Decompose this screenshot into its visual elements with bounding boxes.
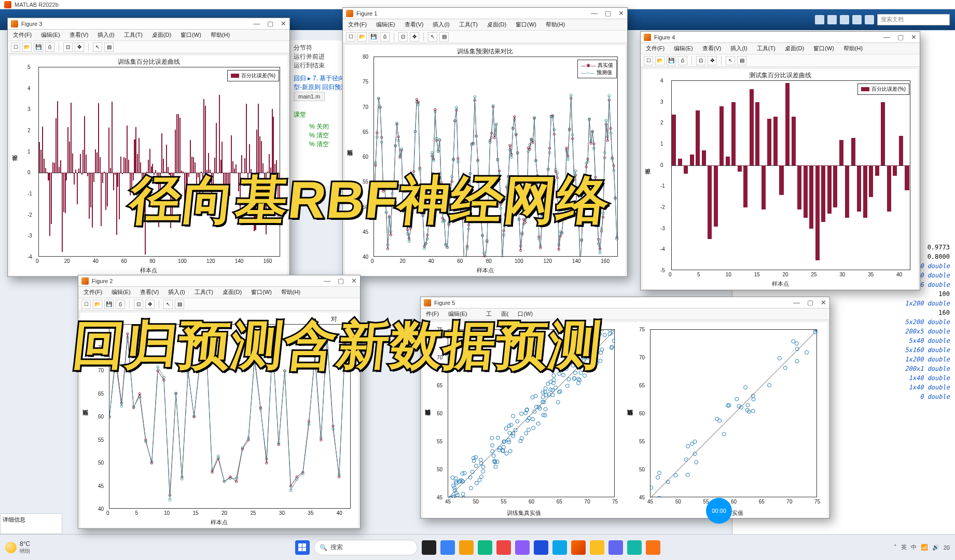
app-icon[interactable] (440, 540, 455, 555)
open-icon[interactable]: 📂 (357, 32, 367, 41)
ime-indicator[interactable]: 中 (911, 543, 917, 551)
minimize-icon[interactable]: — (883, 33, 890, 41)
pan-icon[interactable]: ✥ (145, 300, 155, 309)
zoom-icon[interactable]: ⊡ (134, 300, 143, 309)
figure-toolbar[interactable]: ☐ 📂 💾 ⎙ ⊡ ✥ ↖ ▤ (78, 298, 360, 311)
menu-item[interactable]: 帮助(H) (281, 288, 300, 296)
close-icon[interactable]: ✕ (618, 9, 624, 17)
menu-item[interactable]: 编辑(E) (376, 21, 395, 29)
zoom-icon[interactable]: ⊡ (398, 32, 408, 41)
app-icon[interactable] (422, 540, 436, 555)
figure-1-window[interactable]: Figure 1 —▢✕ 文件(F)编辑(E)查看(V)插入(I)工具(T)桌面… (342, 7, 628, 277)
menu-item[interactable]: 工具(T) (757, 45, 776, 52)
databrush-icon[interactable]: ▤ (175, 300, 184, 309)
pan-icon[interactable]: ✥ (75, 43, 84, 52)
open-icon[interactable]: 📂 (655, 56, 665, 65)
save-icon[interactable]: 💾 (667, 56, 676, 65)
figure-menubar[interactable]: 文件(F)编辑(E)查看(V)插入(I)工具(T)桌面(D)窗口(W)帮助(H) (8, 30, 289, 41)
pan-icon[interactable]: ✥ (410, 32, 419, 41)
zoom-icon[interactable]: ⊡ (63, 43, 73, 52)
windows-taskbar[interactable]: 8°C晴朗 🔍搜索 ˄ 英 中 📶 🔊 20 (0, 534, 955, 560)
new-icon[interactable]: ☐ (346, 32, 355, 41)
minimize-icon[interactable]: — (793, 299, 800, 306)
figure-menubar[interactable]: 文件(F)编辑(E)查看(V)插入(I)工具(T)桌面(D)窗口(W)帮助(H) (641, 43, 920, 54)
pointer-icon[interactable]: ↖ (428, 32, 437, 41)
menu-item[interactable]: 文件(F) (13, 31, 32, 39)
maximize-icon[interactable]: ▢ (897, 33, 904, 41)
help-icon[interactable] (865, 15, 874, 24)
close-icon[interactable]: ✕ (351, 277, 357, 285)
save-icon[interactable]: 💾 (104, 300, 114, 309)
system-tray[interactable]: ˄ 英 中 📶 🔊 20 (894, 543, 950, 551)
save-icon[interactable]: 💾 (369, 32, 378, 41)
menu-item[interactable]: 查看(V) (70, 31, 89, 39)
app-icon[interactable] (534, 540, 548, 555)
menu-item[interactable]: 窗口(W) (251, 288, 272, 296)
menu-item[interactable]: 插入(I) (433, 21, 449, 29)
close-icon[interactable]: ✕ (911, 33, 917, 41)
editor-tab[interactable]: main1.m (294, 92, 325, 101)
copy-icon[interactable] (840, 15, 849, 24)
app-icon[interactable] (459, 540, 474, 555)
app-icon[interactable] (515, 540, 530, 555)
print-icon[interactable]: ⎙ (116, 300, 125, 309)
pan-icon[interactable]: ✥ (708, 56, 717, 65)
menu-item[interactable]: 窗口(W) (516, 21, 536, 29)
figure-toolbar[interactable]: ☐ 📂 💾 ⎙ ⊡ ✥ ↖ ▤ (641, 54, 920, 67)
save-icon[interactable] (815, 15, 824, 24)
paste-icon[interactable] (852, 15, 862, 24)
menu-item[interactable]: 查看(V) (140, 288, 159, 296)
figure-titlebar[interactable]: Figure 1 —▢✕ (343, 8, 627, 19)
maximize-icon[interactable]: ▢ (605, 9, 611, 17)
pointer-icon[interactable]: ↖ (163, 300, 173, 309)
figure-titlebar[interactable]: Figure 2 —▢✕ (78, 275, 360, 287)
menu-item[interactable]: 窗口(W) (181, 31, 201, 39)
zoom-icon[interactable]: ⊡ (696, 56, 705, 65)
menu-item[interactable]: 工具(T) (195, 288, 213, 296)
menu-item[interactable]: 帮助(H) (211, 31, 230, 39)
chevron-up-icon[interactable]: ˄ (894, 544, 897, 551)
databrush-icon[interactable]: ▤ (439, 32, 449, 41)
app-icon[interactable] (646, 540, 660, 555)
minimize-icon[interactable]: — (324, 277, 330, 285)
menu-item[interactable]: 窗口(W) (813, 45, 834, 52)
matlab-app-icon[interactable] (571, 540, 586, 555)
figure-menubar[interactable]: 文件(F)编辑(E)查看(V)插入(I)工具(T)桌面(D)窗口(W)帮助(H) (343, 19, 627, 31)
menu-item[interactable]: 文件(F) (84, 288, 102, 296)
menu-item[interactable]: 工具(T) (459, 21, 478, 29)
save-icon[interactable]: 💾 (34, 43, 43, 52)
figure-3-window[interactable]: Figure 3 —▢✕ 文件(F)编辑(E)查看(V)插入(I)工具(T)桌面… (7, 18, 290, 277)
pointer-icon[interactable]: ↖ (726, 56, 735, 65)
menu-item[interactable]: 帮助(H) (843, 45, 863, 52)
databrush-icon[interactable]: ▤ (104, 43, 114, 52)
menu-item[interactable]: 插入(I) (168, 288, 185, 296)
menu-item[interactable]: 桌面(D) (785, 45, 804, 52)
figure-toolbar[interactable]: ☐ 📂 💾 ⎙ ⊡ ✥ ↖ ▤ (343, 31, 627, 43)
menu-item[interactable]: 编辑(E) (674, 45, 693, 52)
start-button[interactable] (295, 540, 310, 555)
menu-item[interactable]: 查看(V) (405, 21, 424, 29)
menu-item[interactable]: 帮助(H) (546, 21, 565, 29)
app-icon[interactable] (496, 540, 511, 555)
cut-icon[interactable] (827, 15, 837, 24)
menu-item[interactable]: 查看(V) (702, 45, 722, 52)
figure-titlebar[interactable]: Figure 3 —▢✕ (8, 18, 289, 30)
app-icon[interactable] (608, 540, 623, 555)
weather-widget[interactable]: 8°C晴朗 (5, 540, 30, 555)
search-doc-input[interactable]: 搜索文档 (877, 14, 950, 25)
figure-titlebar[interactable]: Figure 4 —▢✕ (641, 32, 920, 43)
volume-icon[interactable]: 🔊 (932, 544, 939, 551)
print-icon[interactable]: ⎙ (45, 43, 54, 52)
pointer-icon[interactable]: ↖ (93, 43, 102, 52)
menu-item[interactable]: 桌面(D) (487, 21, 506, 29)
maximize-icon[interactable]: ▢ (807, 299, 813, 306)
app-icon[interactable] (590, 540, 604, 555)
menu-item[interactable]: 桌面(D) (223, 288, 242, 296)
minimize-icon[interactable]: — (591, 9, 598, 17)
menu-item[interactable]: 插入(I) (730, 45, 747, 52)
figure-menubar[interactable]: 文件(F)编辑(E)查看(V)插入(I)工具(T)桌面(D)窗口(W)帮助(H) (78, 287, 360, 298)
menu-item[interactable]: 文件(F) (646, 45, 665, 52)
minimize-icon[interactable]: — (253, 20, 260, 27)
print-icon[interactable]: ⎙ (678, 56, 687, 65)
menu-item[interactable]: 插入(I) (98, 31, 114, 39)
